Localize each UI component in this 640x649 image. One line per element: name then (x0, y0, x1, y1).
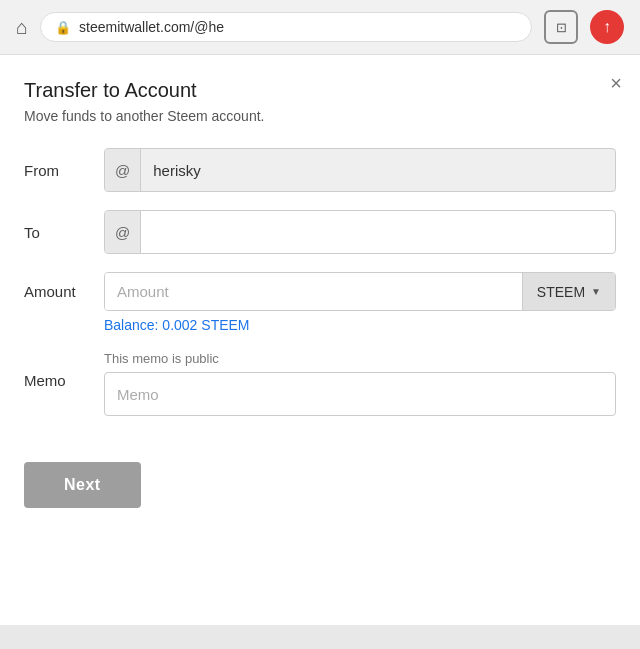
to-label: To (24, 224, 104, 241)
next-button[interactable]: Next (24, 462, 141, 508)
amount-row: Amount STEEM ▼ (24, 272, 616, 311)
address-bar[interactable]: 🔒 steemitwallet.com/@he (40, 12, 532, 42)
amount-input-wrapper: STEEM ▼ (104, 272, 616, 311)
dropdown-arrow-icon: ▼ (591, 286, 601, 297)
amount-label: Amount (24, 283, 104, 300)
currency-dropdown-button[interactable]: STEEM ▼ (522, 273, 615, 310)
close-button[interactable]: × (610, 73, 622, 93)
from-row: From @ (24, 148, 616, 192)
upload-icon: ↑ (603, 18, 611, 36)
transfer-modal: × Transfer to Account Move funds to anot… (0, 55, 640, 625)
from-input[interactable] (141, 152, 615, 189)
balance-display: Balance: 0.002 STEEM (104, 317, 616, 333)
upload-button[interactable]: ↑ (590, 10, 624, 44)
to-input[interactable] (141, 214, 615, 251)
memo-row: Memo (24, 372, 616, 416)
to-at-sign: @ (105, 211, 141, 253)
modal-subtitle: Move funds to another Steem account. (24, 108, 616, 124)
from-at-sign: @ (105, 149, 141, 191)
amount-input[interactable] (105, 273, 522, 310)
to-input-wrapper: @ (104, 210, 616, 254)
tab-switcher-icon: ⊡ (556, 20, 567, 35)
home-icon[interactable]: ⌂ (16, 16, 28, 39)
memo-input[interactable] (104, 372, 616, 416)
from-label: From (24, 162, 104, 179)
currency-label: STEEM (537, 284, 585, 300)
tab-switcher-button[interactable]: ⊡ (544, 10, 578, 44)
from-input-wrapper: @ (104, 148, 616, 192)
browser-chrome: ⌂ 🔒 steemitwallet.com/@he ⊡ ↑ (0, 0, 640, 55)
to-row: To @ (24, 210, 616, 254)
address-text: steemitwallet.com/@he (79, 19, 224, 35)
lock-icon: 🔒 (55, 20, 71, 35)
modal-title: Transfer to Account (24, 79, 616, 102)
memo-public-notice: This memo is public (104, 351, 616, 366)
memo-label: Memo (24, 372, 104, 389)
